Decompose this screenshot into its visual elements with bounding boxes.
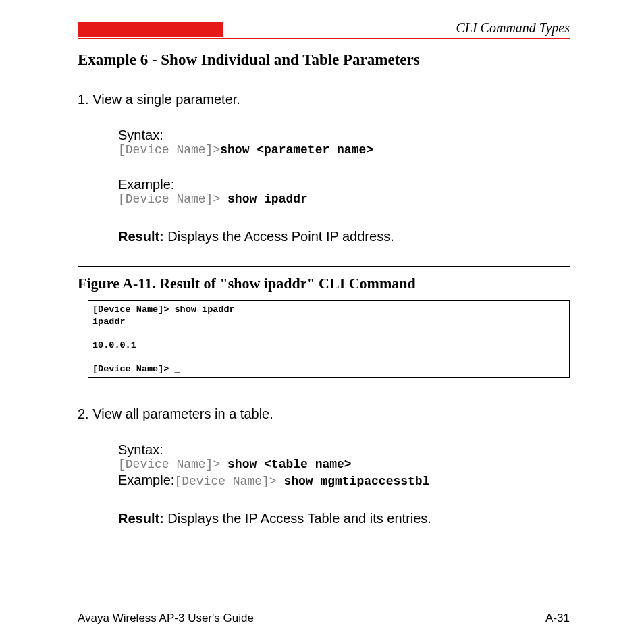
header-bar: CLI Command Types — [78, 20, 570, 39]
example-command-2: show mgmtipaccesstbl — [284, 475, 429, 488]
step-1-result: Result: Displays the Access Point IP add… — [118, 229, 570, 244]
page-content: CLI Command Types Example 6 - Show Indiv… — [0, 0, 644, 527]
example-heading: Example 6 - Show Individual and Table Pa… — [78, 51, 570, 69]
syntax-label: Syntax: — [118, 128, 570, 143]
example-inline: Example:[Device Name]> show mgmtipaccess… — [118, 473, 570, 488]
step-2-result: Result: Displays the IP Access Table and… — [118, 511, 570, 527]
step-2-text: 2. View all parameters in a table. — [78, 406, 570, 422]
result-label-2: Result: — [118, 511, 164, 526]
divider-line — [78, 266, 570, 267]
syntax-command-2: show <table name> — [227, 458, 352, 471]
syntax-line: [Device Name]>show <parameter name> — [118, 143, 570, 157]
example-label: Example: — [118, 177, 570, 192]
result-text: Displays the Access Point IP address. — [164, 229, 394, 244]
example-line: [Device Name]> show ipaddr — [118, 192, 570, 206]
red-accent-block — [78, 22, 223, 37]
terminal-line-3: 10.0.0.1 — [92, 340, 136, 350]
footer-right: A-31 — [545, 612, 570, 625]
step-1-syntax-block: Syntax: [Device Name]>show <parameter na… — [118, 128, 570, 157]
syntax-prompt: [Device Name]> — [118, 143, 220, 157]
example-command: show ipaddr — [227, 192, 308, 206]
syntax-label-2: Syntax: — [118, 442, 570, 458]
example-label-2: Example: — [118, 473, 174, 487]
footer: Avaya Wireless AP-3 User's Guide A-31 — [78, 612, 570, 625]
syntax-command: show <parameter name> — [220, 143, 373, 157]
header-title: CLI Command Types — [223, 20, 570, 37]
syntax-line-2: [Device Name]> show <table name> — [118, 458, 570, 471]
terminal-line-2: ipaddr — [92, 317, 126, 327]
figure-caption: Figure A-11. Result of "show ipaddr" CLI… — [78, 275, 570, 292]
step-1-example-block: Example: [Device Name]> show ipaddr — [118, 177, 570, 206]
step-2-syntax-block: Syntax: [Device Name]> show <table name>… — [118, 442, 570, 488]
terminal-line-1: [Device Name]> show ipaddr — [92, 304, 235, 315]
terminal-output: [Device Name]> show ipaddr ipaddr 10.0.0… — [88, 300, 570, 378]
terminal-line-4: [Device Name]> _ — [92, 364, 180, 374]
syntax-prompt-2: [Device Name]> — [118, 458, 227, 471]
example-prompt-2: [Device Name]> — [174, 475, 284, 488]
step-1-text: 1. View a single parameter. — [78, 92, 570, 107]
footer-left: Avaya Wireless AP-3 User's Guide — [78, 612, 254, 625]
example-prompt: [Device Name]> — [118, 192, 227, 206]
result-label: Result: — [118, 229, 164, 244]
result-text-2: Displays the IP Access Table and its ent… — [164, 511, 431, 526]
